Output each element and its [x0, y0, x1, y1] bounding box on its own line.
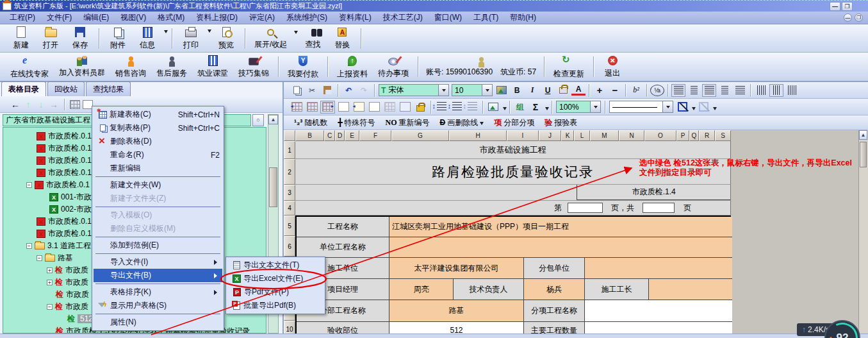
menu-file[interactable]: 文件(F) [41, 11, 78, 24]
delete-col-icon[interactable] [352, 101, 366, 114]
align-middle-icon[interactable] [702, 84, 716, 97]
child-restore-button[interactable]: ❐ [855, 13, 863, 22]
strikethrough-button[interactable]: Ð画删除线 [440, 117, 484, 128]
fraction-button[interactable]: ⅟a [650, 85, 664, 96]
align-center-icon[interactable] [687, 84, 701, 97]
font-dropdown-icon[interactable] [438, 85, 448, 96]
diagonal2-border-icon[interactable] [696, 101, 710, 114]
cell-label[interactable]: 单位工程名称 [297, 237, 389, 258]
merge-cells-icon[interactable] [305, 101, 319, 114]
italic-button[interactable]: I [525, 84, 539, 97]
cell-value[interactable] [649, 279, 732, 300]
decrease-button[interactable]: − [608, 84, 622, 97]
corner-cell[interactable] [284, 130, 295, 141]
tree-header-button[interactable]: ○ [252, 114, 264, 126]
column-header[interactable]: J [539, 130, 561, 141]
todo-button[interactable]: 待办事项 [373, 54, 414, 80]
column-header[interactable]: O [644, 130, 676, 141]
page-number-cell[interactable] [568, 203, 603, 213]
font-size-select[interactable]: 10 [452, 84, 493, 96]
row-header[interactable]: 1 [284, 141, 295, 159]
row-spacing-icon[interactable] [434, 101, 448, 114]
subdivision-button[interactable]: 项分部分项 [494, 117, 534, 128]
grid-icon[interactable] [398, 101, 412, 114]
column-header[interactable]: C [324, 130, 335, 141]
menu-project[interactable]: 工程(P) [4, 11, 41, 24]
renumber-button[interactable]: NO重新编号 [386, 117, 430, 128]
cut-icon[interactable]: ✂ [305, 84, 319, 97]
nav-down-icon[interactable]: ↓ [35, 99, 47, 110]
align-right-icon[interactable] [717, 84, 732, 97]
column-header[interactable]: F [359, 130, 391, 141]
cell-value[interactable] [585, 258, 732, 279]
format-painter-icon[interactable] [495, 84, 509, 97]
paste-icon[interactable] [320, 84, 334, 97]
lock-icon[interactable] [413, 101, 427, 114]
tree-item[interactable]: −检市政质 [47, 301, 88, 312]
font-color-button[interactable]: A [571, 85, 585, 96]
column-header[interactable]: N [619, 130, 644, 141]
diagonal2-dropdown-icon[interactable] [713, 107, 717, 112]
attachment-button[interactable]: 附件 [103, 25, 133, 52]
menu-tools[interactable]: 工具(T) [468, 11, 504, 24]
column-header[interactable]: Q [689, 130, 699, 141]
row-header[interactable]: 2 [284, 159, 295, 185]
pay-button[interactable]: 我要付款 [283, 53, 323, 81]
line-dropdown-icon[interactable] [662, 101, 673, 112]
form-code-row[interactable]: 市政质检.1.4 [295, 185, 731, 201]
menu-item-table-sort[interactable]: 表格排序(K) [94, 285, 222, 299]
menu-item-import-template[interactable]: 导入模板(O) [94, 208, 222, 222]
split-cell-icon[interactable] [336, 101, 350, 114]
cell-label[interactable]: 技术负责人 [454, 279, 524, 300]
column-header[interactable]: H [449, 130, 507, 141]
column-header[interactable]: G [391, 130, 449, 141]
menu-view[interactable]: 视图(V) [115, 11, 152, 24]
submenu-item-export-excel[interactable]: 导出Excel文件(E) [227, 272, 323, 285]
tab-recycle-bin[interactable]: 回收站 [47, 81, 85, 96]
expand-icon[interactable]: + [47, 280, 53, 285]
menu-item-properties[interactable]: 属性(N) [94, 316, 222, 329]
cell-label[interactable]: 分包单位 [524, 258, 585, 279]
print-button[interactable]: 打印 [176, 24, 206, 52]
tree-item[interactable]: +检市政质 [47, 264, 88, 276]
upload-data-button[interactable]: 上报资料 [332, 53, 373, 81]
tree-item[interactable]: 市政质检.0.1 [37, 155, 92, 166]
zoom-dropdown-icon[interactable] [590, 101, 600, 112]
fill-color-icon[interactable] [556, 84, 570, 97]
new-table-tool-icon[interactable] [70, 100, 80, 109]
superscript-button[interactable]: b² [629, 84, 643, 97]
cell-label[interactable]: 工程名称 [297, 217, 389, 237]
menu-assess[interactable]: 评定(A) [243, 11, 281, 24]
form-code-cell[interactable]: 市政质检.1.4 [577, 185, 730, 200]
replace-button[interactable]: 替换 [327, 24, 357, 52]
column-header[interactable]: I [507, 130, 539, 141]
tree-item[interactable]: +检市政质 [47, 276, 88, 288]
menu-library[interactable]: 资料库(L) [333, 11, 377, 24]
vertical-text-icon[interactable] [754, 84, 768, 97]
tree-item[interactable]: 市政质检.0.1 [37, 142, 92, 154]
column-header[interactable]: L [574, 130, 590, 141]
menu-tech[interactable]: 技术工艺(J) [377, 11, 429, 24]
size-dropdown-icon[interactable] [482, 85, 492, 96]
page-total-cell[interactable] [643, 203, 675, 213]
collapse-icon[interactable]: − [26, 243, 32, 249]
copy-icon[interactable] [290, 84, 304, 97]
collapse-icon[interactable]: − [26, 182, 32, 188]
cell-label[interactable]: 施工工长 [585, 279, 649, 300]
column-header[interactable]: E [345, 130, 359, 141]
tree-item[interactable]: 市政质检.0.1 [37, 167, 92, 178]
align-justify-icon[interactable] [733, 84, 747, 97]
column-header[interactable]: B [295, 130, 324, 141]
online-expert-button[interactable]: 在线找专家 [5, 53, 54, 81]
child-minimize-button[interactable]: — [844, 13, 852, 22]
column-header[interactable]: P [676, 130, 689, 141]
minimize-button[interactable]: — [830, 2, 840, 11]
cell-value[interactable]: 江城区奕垌工业用地基础建设（PPP）项目一期工程 [389, 217, 732, 237]
menu-item-delete-custom-template[interactable]: 删除自定义模板(M) [94, 222, 222, 235]
submenu-item-export-pdf[interactable]: 导Pdf文件(P) [227, 285, 323, 299]
row-header[interactable]: 5 [284, 215, 295, 236]
menu-system[interactable]: 系统维护(S) [281, 11, 333, 24]
collapse-icon[interactable]: − [37, 255, 42, 261]
menu-item-show-user-tables[interactable]: 显示用户表格(S) [94, 299, 222, 312]
cell-value[interactable]: 周亮 [389, 279, 454, 300]
